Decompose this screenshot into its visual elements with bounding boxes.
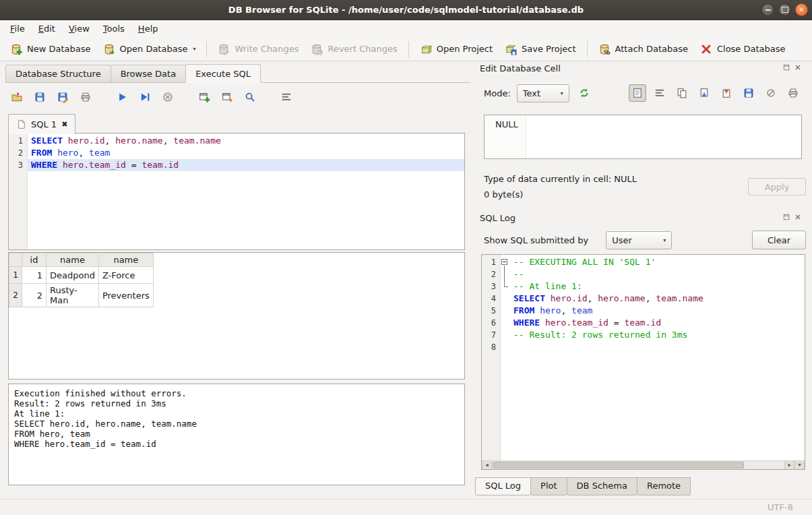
mode-select[interactable]: Text ▾	[517, 84, 569, 102]
set-null-icon	[765, 87, 777, 99]
print-button[interactable]	[77, 88, 94, 106]
set-null-button[interactable]	[762, 84, 780, 102]
scroll-left-button[interactable]: ◀	[482, 461, 492, 469]
scrollbar-track[interactable]	[492, 461, 784, 469]
scroll-right-button[interactable]: ▶	[784, 461, 794, 469]
new-tab-button[interactable]	[195, 88, 213, 106]
tab-database-structure[interactable]: Database Structure	[5, 65, 111, 82]
open-project-button[interactable]: Open Project	[414, 40, 499, 59]
print-button[interactable]	[784, 84, 802, 102]
table-cell[interactable]: 1	[22, 267, 46, 284]
tab-plot[interactable]: Plot	[530, 477, 567, 495]
fold-marker[interactable]	[500, 256, 509, 268]
scrollbar-thumb[interactable]	[493, 462, 744, 468]
log-filter-row: Show SQL submitted by User ▾ Clear	[484, 230, 806, 250]
log-filter-select[interactable]: User ▾	[606, 231, 672, 249]
title-bar[interactable]: DB Browser for SQLite - /home/user/code/…	[0, 0, 812, 20]
menu-tools[interactable]: Tools	[96, 22, 131, 36]
write-changes-icon	[218, 43, 230, 55]
save-project-button[interactable]: Save Project	[499, 40, 582, 59]
toolbar-label: Close Database	[717, 44, 786, 54]
print-icon	[787, 87, 799, 99]
table-row: 11DeadpondZ-Force	[9, 267, 154, 284]
tab-browse-data[interactable]: Browse Data	[111, 65, 187, 82]
cell-editor[interactable]: NULL	[484, 115, 802, 159]
revert-changes-button[interactable]: Revert Changes	[305, 40, 403, 59]
word-wrap-icon	[654, 87, 666, 99]
text-format-button[interactable]	[629, 84, 646, 102]
menu-help[interactable]: Help	[131, 22, 165, 36]
tab-execute-sql[interactable]: Execute SQL	[185, 64, 261, 83]
tab-db-schema[interactable]: DB Schema	[567, 477, 637, 495]
clear-button[interactable]: Clear	[752, 231, 806, 249]
results-grid: idnamename11DeadpondZ-Force22Rusty-ManPr…	[9, 253, 154, 307]
word-wrap-button[interactable]	[651, 84, 668, 102]
app-window: DB Browser for SQLite - /home/user/code/…	[0, 0, 812, 515]
menu-edit[interactable]: Edit	[32, 22, 62, 36]
line-number: 3	[9, 159, 27, 171]
stop-button[interactable]	[159, 88, 177, 106]
close-tab-icon[interactable]: ✖	[61, 121, 67, 128]
dock-close-button[interactable]	[794, 213, 802, 223]
menu-view[interactable]: View	[62, 22, 96, 36]
row-header[interactable]: 1	[9, 267, 22, 284]
minimize-button[interactable]	[761, 3, 774, 16]
fold-marker	[500, 268, 509, 280]
sql-file-tab[interactable]: SQL 1✖	[8, 114, 75, 134]
execute-line-button[interactable]	[136, 88, 154, 106]
column-header-name[interactable]: name	[98, 253, 153, 267]
open-database-button[interactable]: Open Database▾	[97, 40, 202, 59]
dock-float-button[interactable]	[782, 63, 790, 73]
table-cell[interactable]: Rusty-Man	[46, 284, 99, 307]
row-header[interactable]: 2	[9, 284, 22, 307]
log-filter-value: User	[612, 235, 632, 245]
table-cell[interactable]: 2	[22, 284, 46, 307]
dock-float-button[interactable]	[782, 213, 790, 223]
fold-marker	[500, 341, 509, 353]
export-data-button[interactable]	[718, 84, 735, 102]
fold-marker	[500, 293, 509, 305]
open-in-tab-button[interactable]	[218, 88, 236, 106]
import-data-button[interactable]	[695, 84, 713, 102]
sql-log-view[interactable]: 1-- EXECUTING ALL IN 'SQL 1'2--3-- At li…	[481, 254, 805, 470]
find-replace-button[interactable]	[241, 88, 259, 106]
save-sql-file-button[interactable]	[31, 88, 49, 106]
h-scrollbar[interactable]: ◀ ▶ ▼	[482, 460, 805, 469]
line-number: 2	[9, 147, 27, 159]
table-cell[interactable]: Deadpond	[46, 267, 99, 284]
close-button[interactable]	[795, 3, 808, 16]
document-icon	[16, 119, 26, 129]
fold-marker	[500, 280, 509, 293]
new-database-button[interactable]: New Database	[4, 40, 97, 59]
open-sql-file-button[interactable]	[8, 88, 26, 106]
apply-button[interactable]: Apply	[748, 178, 806, 195]
toolbar-label: Open Project	[437, 44, 493, 54]
word-wrap-button[interactable]	[278, 88, 295, 106]
execution-status[interactable]: Execution finished without errors.Result…	[8, 384, 465, 485]
code-line: 7-- Result: 2 rows returned in 3ms	[482, 329, 805, 341]
dock-close-button[interactable]	[794, 63, 802, 73]
save-data-icon	[743, 87, 755, 99]
new-tab-icon	[198, 91, 210, 103]
copy-data-button[interactable]	[673, 84, 691, 102]
table-cell[interactable]: Preventers	[98, 284, 153, 307]
tab-sql-log[interactable]: SQL Log	[475, 477, 531, 495]
line-number: 3	[482, 280, 500, 293]
column-header-name[interactable]: name	[46, 253, 99, 267]
execute-all-button[interactable]	[113, 88, 131, 106]
menu-file[interactable]: File	[3, 22, 32, 36]
write-changes-button[interactable]: Write Changes	[212, 40, 305, 59]
column-header-id[interactable]: id	[22, 253, 46, 267]
auto-switch-button[interactable]	[575, 84, 593, 102]
close-database-button[interactable]: Close Database	[694, 40, 792, 59]
corner-header[interactable]	[9, 253, 22, 267]
chevron-down-icon: ▾	[555, 90, 563, 96]
save-data-button[interactable]	[740, 84, 757, 102]
save-sql-as-button[interactable]	[54, 88, 71, 106]
sql-editor[interactable]: 1SELECT hero.id, hero.name, team.name2FR…	[8, 133, 465, 250]
scroll-down-button[interactable]: ▼	[794, 461, 805, 469]
attach-database-button[interactable]: Attach Database	[592, 40, 694, 59]
maximize-button[interactable]	[778, 3, 791, 16]
table-cell[interactable]: Z-Force	[98, 267, 153, 284]
tab-remote[interactable]: Remote	[637, 477, 691, 495]
